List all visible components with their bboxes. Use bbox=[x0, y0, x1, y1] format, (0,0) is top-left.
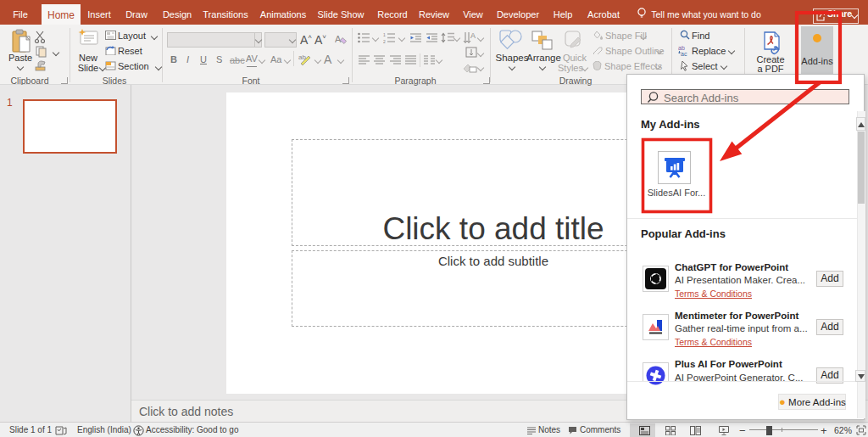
svg-text:2: 2 bbox=[383, 39, 386, 44]
svg-text:ab: ab bbox=[678, 45, 685, 51]
svg-text:ac: ac bbox=[681, 51, 687, 57]
svg-text:A: A bbox=[335, 34, 342, 44]
svg-text:1: 1 bbox=[383, 32, 386, 37]
svg-text:A: A bbox=[470, 31, 476, 40]
